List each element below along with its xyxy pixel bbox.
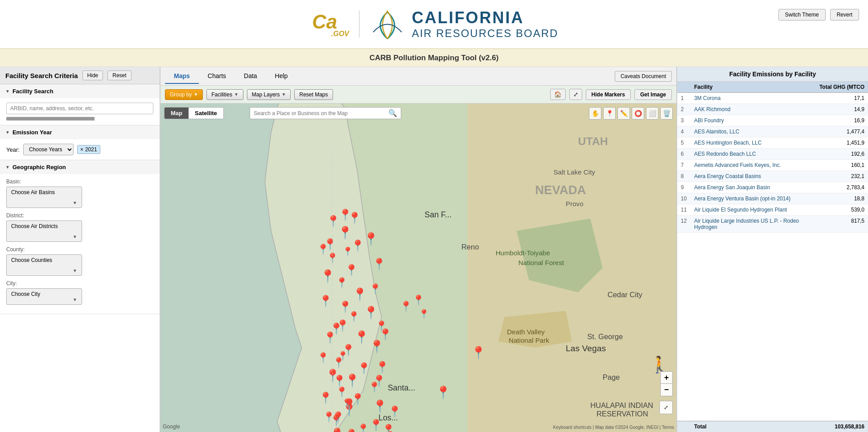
- svg-text:📍: 📍: [345, 373, 360, 388]
- city-label: City:: [6, 280, 153, 287]
- svg-text:📍: 📍: [369, 339, 385, 354]
- svg-text:📍: 📍: [400, 300, 412, 312]
- svg-text:Reno: Reno: [461, 243, 479, 251]
- svg-text:Santa...: Santa...: [388, 383, 415, 392]
- row-number: 4: [681, 129, 694, 135]
- choose-counties-button[interactable]: Choose Counties ▼: [6, 254, 82, 276]
- district-label: District:: [6, 212, 153, 219]
- facility-search-section-header[interactable]: ▼ Facility Search: [0, 84, 160, 98]
- right-panel-title: Facility Emissions by Facility: [683, 71, 863, 78]
- row-facility-name[interactable]: AES Redondo Beach LLC: [694, 151, 811, 157]
- choose-air-basins-button[interactable]: Choose Air Basins ▼: [6, 187, 82, 208]
- map-attribution: Keyboard shortcuts | Map data ©2024 Goog…: [553, 425, 674, 430]
- svg-text:📍: 📍: [372, 258, 386, 271]
- svg-text:📍: 📍: [345, 264, 358, 277]
- map-layers-button[interactable]: Map Layers ▼: [247, 89, 291, 100]
- map-container[interactable]: Map Satellite 🔍 ✋ 📍 ✏️ ⭕ ⬜ 🗑️: [160, 104, 676, 432]
- satellite-view-button[interactable]: Satellite: [189, 108, 223, 119]
- svg-text:San F...: San F...: [424, 210, 452, 219]
- caveats-document-button[interactable]: Caveats Document: [615, 71, 672, 82]
- switch-theme-button[interactable]: Switch Theme: [778, 9, 826, 21]
- geographic-region-label: Geographic Region: [12, 164, 66, 170]
- svg-text:📍: 📍: [319, 391, 333, 405]
- revert-button[interactable]: Revert: [830, 9, 859, 21]
- total-label: Total: [694, 424, 811, 430]
- row-facility-name[interactable]: Aera Energy Ventura Basin (opt-in 2014): [694, 195, 811, 202]
- hand-tool[interactable]: ✋: [589, 107, 601, 120]
- table-row: 5 AES Huntington Beach, LLC 1,451,9: [677, 137, 868, 149]
- tab-maps[interactable]: Maps: [165, 69, 199, 84]
- geographic-region-section-header[interactable]: ▼ Geographic Region: [0, 160, 160, 174]
- table-row: 8 Aera Energy Coastal Basins 232,1: [677, 171, 868, 182]
- zoom-out-button[interactable]: −: [660, 384, 673, 396]
- row-facility-name[interactable]: AAK Richmond: [694, 106, 811, 112]
- svg-text:📍: 📍: [323, 331, 337, 345]
- square-tool[interactable]: ⬜: [646, 107, 658, 120]
- map-layers-label: Map Layers: [252, 91, 280, 98]
- total-value: 103,658,816: [811, 424, 864, 430]
- row-ghg-value: 539,0: [811, 207, 864, 213]
- table-row: 6 AES Redondo Beach LLC 192,6: [677, 149, 868, 160]
- map-search-input[interactable]: [254, 110, 388, 116]
- map-view-button[interactable]: Map: [165, 108, 189, 119]
- emission-year-section-header[interactable]: ▼ Emission Year: [0, 125, 160, 139]
- get-image-button[interactable]: Get Image: [634, 89, 672, 100]
- choose-years-select[interactable]: Choose Years: [23, 144, 74, 155]
- hide-markers-button[interactable]: Hide Markers: [586, 89, 631, 100]
- facilities-button[interactable]: Facilities ▼: [206, 89, 243, 100]
- choose-air-districts-label: Choose Air Districts: [11, 223, 58, 229]
- tab-data[interactable]: Data: [235, 69, 266, 84]
- svg-text:📍: 📍: [336, 277, 348, 289]
- year-row: Year: Choose Years × 2021: [6, 144, 153, 155]
- trash-tool[interactable]: 🗑️: [660, 107, 673, 120]
- row-facility-name[interactable]: AES Alamitos, LLC: [694, 129, 811, 135]
- map-fullscreen-button[interactable]: ⤢: [659, 401, 673, 414]
- tab-charts[interactable]: Charts: [199, 69, 235, 84]
- svg-text:National Forest: National Forest: [518, 259, 564, 266]
- row-facility-name[interactable]: Air Liquide Large Industries US L.P. - R…: [694, 218, 811, 230]
- svg-text:📍: 📍: [357, 423, 370, 432]
- chevron-down-icon-2: ▼: [5, 130, 10, 135]
- row-facility-name[interactable]: Aera Energy San Joaquin Basin: [694, 184, 811, 191]
- svg-text:National Park: National Park: [509, 336, 549, 344]
- search-icon[interactable]: 🔍: [388, 109, 397, 117]
- row-number: 12: [681, 218, 694, 230]
- header-right: Switch Theme Revert: [778, 9, 859, 21]
- tab-help[interactable]: Help: [266, 69, 297, 84]
- facility-search-input[interactable]: [6, 103, 153, 114]
- row-facility-name[interactable]: Aera Energy Coastal Basins: [694, 173, 811, 179]
- facility-search-content: [0, 98, 160, 125]
- svg-text:📍: 📍: [348, 212, 362, 225]
- choose-city-button[interactable]: Choose City ▼: [6, 288, 82, 305]
- row-facility-name[interactable]: Air Liquide El Segundo Hydrogen Plant: [694, 207, 811, 213]
- year-field-label: Year:: [6, 146, 20, 153]
- chevron-down-icon-3: ▼: [5, 165, 10, 170]
- fullscreen-icon[interactable]: ⤢: [659, 401, 673, 414]
- dropdown-arrow-icon-4: ▼: [73, 297, 77, 302]
- year-tag-x[interactable]: ×: [80, 146, 83, 153]
- svg-text:📍: 📍: [342, 246, 354, 257]
- reset-maps-button[interactable]: Reset Maps: [294, 89, 333, 100]
- svg-text:📍: 📍: [319, 295, 333, 308]
- choose-counties-label: Choose Counties: [11, 257, 52, 263]
- svg-text:St. George: St. George: [587, 332, 623, 341]
- row-ghg-value: 817,5: [811, 218, 864, 230]
- row-facility-name[interactable]: ABI Foundry: [694, 117, 811, 124]
- draw-line-tool[interactable]: ✏️: [617, 107, 630, 120]
- right-panel: Facility Emissions by Facility Facility …: [676, 67, 868, 432]
- row-number: 1: [681, 95, 694, 101]
- circle-tool[interactable]: ⭕: [632, 107, 644, 120]
- hide-button[interactable]: Hide: [82, 71, 103, 80]
- pin-tool[interactable]: 📍: [603, 107, 616, 120]
- row-number: 7: [681, 162, 694, 168]
- reset-button[interactable]: Reset: [107, 71, 131, 80]
- svg-text:UTAH: UTAH: [578, 135, 608, 147]
- choose-air-districts-button[interactable]: Choose Air Districts ▼: [6, 220, 82, 242]
- group-by-button[interactable]: Group by ▼: [165, 89, 203, 100]
- row-facility-name[interactable]: Aemetis Advanced Fuels Keyes, Inc.: [694, 162, 811, 168]
- map-expand-button[interactable]: ⤢: [569, 89, 582, 100]
- row-facility-name[interactable]: AES Huntington Beach, LLC: [694, 140, 811, 146]
- zoom-in-button[interactable]: +: [660, 371, 673, 384]
- map-home-button[interactable]: 🏠: [550, 89, 566, 100]
- row-facility-name[interactable]: 3M Corona: [694, 95, 811, 101]
